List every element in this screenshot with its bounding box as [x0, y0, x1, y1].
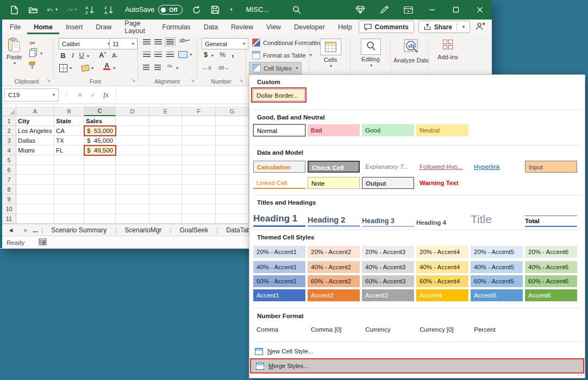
column-header-e[interactable]: E — [149, 106, 182, 116]
cell-b1[interactable]: State — [54, 116, 84, 126]
style-percent[interactable]: Percent — [471, 326, 523, 333]
increase-indent-icon[interactable] — [154, 65, 161, 70]
orientation-dropdown-icon[interactable]: ▾ — [176, 66, 178, 71]
number-format-select[interactable]: General▾ — [202, 38, 248, 49]
italic-button[interactable]: I — [68, 51, 77, 60]
merge-dropdown-icon[interactable]: ▾ — [190, 53, 192, 57]
fill-color-icon[interactable] — [81, 65, 89, 72]
column-header-b[interactable]: B — [54, 106, 84, 116]
style-accent3[interactable]: Accent3 — [362, 289, 414, 301]
undo-icon[interactable]: ▾ — [47, 4, 58, 16]
cell-c1[interactable]: Sales — [84, 116, 116, 126]
column-header-g[interactable]: G — [216, 106, 249, 116]
style-comma[interactable]: Comma — [253, 326, 305, 333]
cell-b4[interactable]: FL — [54, 145, 84, 155]
tab-view[interactable]: View — [260, 20, 287, 34]
style-normal[interactable]: Normal — [253, 124, 305, 136]
paste-button[interactable]: Paste ▾ — [7, 37, 22, 66]
style-40-accent1[interactable]: 40% - Accent1 — [253, 261, 305, 273]
style-60-accent4[interactable]: 60% - Accent4 — [416, 275, 468, 287]
name-box[interactable]: C19 ▾ — [4, 88, 59, 102]
copy-dropdown-icon[interactable]: ▾ — [40, 52, 42, 56]
accounting-format-icon[interactable]: $ — [204, 50, 208, 59]
style-40-accent5[interactable]: 40% - Accent5 — [471, 261, 523, 273]
style-explanatory-text[interactable]: Explanatory T... — [362, 161, 414, 173]
tab-home[interactable]: Home — [27, 20, 59, 34]
row-header[interactable]: 5 — [2, 155, 16, 165]
tab-page-layout[interactable]: Page Layout — [118, 20, 155, 34]
style-20-accent6[interactable]: 20% - Accent6 — [525, 246, 577, 258]
paste-dropdown-icon[interactable]: ▾ — [14, 61, 16, 66]
row-header[interactable]: 7 — [2, 175, 16, 185]
sheet-prev-icon[interactable]: ◀ — [7, 227, 15, 233]
style-60-accent2[interactable]: 60% - Accent2 — [308, 275, 360, 287]
orientation-icon[interactable]: ✎ — [166, 61, 174, 71]
cell-c4-highlighted[interactable]: $49,500 — [84, 145, 116, 155]
maximize-button[interactable] — [444, 0, 468, 20]
style-60-accent1[interactable]: 60% - Accent1 — [253, 275, 305, 287]
cell-a4[interactable]: Miami — [16, 145, 54, 155]
underline-button[interactable]: U — [77, 51, 86, 60]
close-button[interactable] — [468, 0, 492, 20]
style-currency[interactable]: Currency — [362, 326, 414, 333]
tab-review[interactable]: Review — [224, 20, 260, 34]
borders-icon[interactable] — [59, 64, 67, 72]
style-accent2[interactable]: Accent2 — [308, 289, 360, 301]
save-icon[interactable] — [210, 4, 221, 16]
merge-center-icon[interactable] — [178, 51, 187, 58]
align-top-icon[interactable] — [143, 39, 151, 45]
accounting-dropdown-icon[interactable]: ▾ — [211, 54, 214, 58]
style-warning-text[interactable]: Warning Text — [416, 177, 468, 189]
sheet-tab-scenario-summary[interactable]: Scenario Summary — [44, 224, 114, 236]
bold-button[interactable]: B — [59, 51, 67, 60]
style-40-accent3[interactable]: 40% - Accent3 — [362, 261, 414, 273]
sort-descending-icon[interactable]: ZA — [104, 4, 115, 16]
tab-draw[interactable]: Draw — [89, 20, 118, 34]
open-folder-icon[interactable] — [28, 4, 39, 16]
copy-icon[interactable] — [29, 50, 35, 57]
style-40-accent4[interactable]: 40% - Accent4 — [416, 261, 468, 273]
sheet-tab-goalseek[interactable]: GoalSeek — [172, 224, 215, 236]
font-color-button[interactable]: A — [103, 63, 110, 70]
sheet-next-icon[interactable]: ▶ — [22, 227, 30, 233]
style-heading-4[interactable]: Heading 4 — [416, 219, 468, 227]
redo-dropdown-icon[interactable]: ▾ — [74, 8, 77, 12]
column-header-c[interactable]: C — [84, 106, 116, 116]
font-size-select[interactable]: 11▾ — [109, 38, 137, 49]
style-calculation[interactable]: Calculation — [253, 161, 305, 173]
format-as-table-button[interactable]: Format as Table ▾ — [249, 49, 315, 61]
style-20-accent2[interactable]: 20% - Accent2 — [308, 246, 360, 258]
new-document-icon[interactable] — [9, 4, 20, 16]
style-linked-cell[interactable]: Linked Cell — [253, 177, 305, 189]
font-color-dropdown-icon[interactable]: ▾ — [113, 66, 115, 71]
sort-ascending-icon[interactable]: AZ — [85, 4, 96, 16]
share-button[interactable]: Share ▾ — [418, 21, 470, 33]
merge-styles-item[interactable]: Merge Styles... — [250, 358, 584, 373]
style-60-accent3[interactable]: 60% - Accent3 — [362, 275, 414, 287]
cut-icon[interactable]: ✂ — [28, 39, 37, 47]
align-middle-icon[interactable] — [154, 39, 162, 45]
cell-styles-button[interactable]: Cell Styles ▾ — [249, 62, 302, 74]
cell-b3[interactable]: TX — [54, 136, 84, 145]
share-dropdown-icon[interactable]: ▾ — [462, 25, 465, 29]
refresh-icon[interactable] — [191, 4, 202, 16]
macro-record-icon[interactable] — [39, 238, 47, 246]
comments-button[interactable]: Comments — [359, 21, 414, 33]
style-total[interactable]: Total — [525, 216, 577, 227]
align-left-icon[interactable] — [143, 52, 151, 57]
style-neutral[interactable]: Neutral — [416, 124, 468, 136]
redo-icon[interactable]: ▾ — [66, 4, 77, 16]
row-header[interactable]: 10 — [2, 204, 16, 214]
cell-a2[interactable]: Los Angeles — [16, 126, 54, 136]
tab-developer[interactable]: Developer — [287, 20, 331, 34]
format-painter-icon[interactable] — [28, 61, 36, 71]
cancel-icon[interactable]: ✕ — [73, 91, 86, 99]
style-accent6[interactable]: Accent6 — [525, 289, 577, 301]
style-accent4[interactable]: Accent4 — [416, 289, 468, 301]
minimize-button[interactable] — [420, 0, 444, 20]
tab-file[interactable]: File — [3, 20, 27, 34]
cells-button[interactable]: Cells ▾ — [314, 39, 347, 68]
new-cell-style-item[interactable]: New Cell Style... — [255, 345, 313, 357]
cell-a1[interactable]: City — [16, 116, 54, 126]
style-title[interactable]: Title — [471, 213, 523, 227]
